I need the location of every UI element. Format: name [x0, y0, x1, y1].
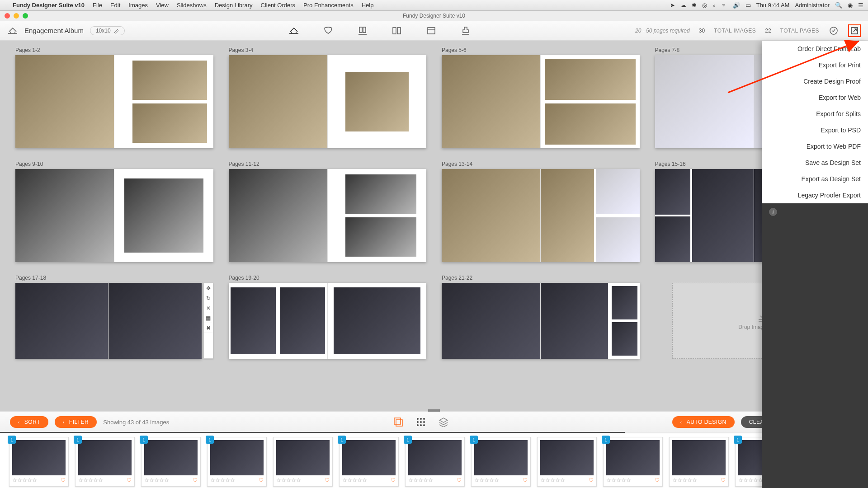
stars[interactable]: ☆☆☆☆☆: [606, 477, 631, 483]
spotlight-icon[interactable]: 🔍: [835, 2, 842, 9]
clock[interactable]: Thu 9:44 AM: [756, 2, 790, 9]
menu-edit[interactable]: Edit: [110, 2, 120, 9]
spread-item[interactable]: Pages 13-14: [442, 161, 640, 262]
menu-legacy-proofer[interactable]: Legacy Proofer Export: [762, 187, 868, 203]
menu-export-webpdf[interactable]: Export to Web PDF: [762, 138, 868, 155]
heart-icon[interactable]: ♡: [721, 477, 726, 483]
sort-button[interactable]: ‹SORT: [10, 416, 48, 428]
thumbnail[interactable]: 1 ☆☆☆☆☆♡: [603, 437, 663, 487]
status-icon[interactable]: ➤: [670, 2, 675, 9]
menu-save-designset[interactable]: Save as Design Set: [762, 155, 868, 171]
thumbnail-rating[interactable]: ☆☆☆☆☆♡: [606, 477, 660, 483]
user[interactable]: Administrator: [795, 2, 830, 9]
menu-export-web[interactable]: Export for Web: [762, 89, 868, 106]
status-icon[interactable]: ◎: [702, 2, 707, 9]
grid-view-icon[interactable]: [416, 417, 426, 427]
thumbnail-rating[interactable]: ☆☆☆☆☆♡: [540, 477, 594, 483]
thumbnail-rating[interactable]: ☆☆☆☆☆♡: [342, 477, 396, 483]
menu-view[interactable]: View: [156, 2, 169, 9]
menu-design-library[interactable]: Design Library: [215, 2, 253, 9]
volume-icon[interactable]: 🔊: [733, 2, 740, 9]
thumbnail[interactable]: 1 ☆☆☆☆☆♡: [339, 437, 399, 487]
spread-item[interactable]: Pages 17-18 ✥ ↻ ✕ ▦ ✖: [15, 275, 213, 359]
stars[interactable]: ☆☆☆☆☆: [78, 477, 103, 483]
select-icon[interactable]: [393, 417, 403, 427]
heart-icon[interactable]: ♡: [61, 477, 66, 483]
spread-item[interactable]: Pages 5-6: [442, 47, 640, 148]
menu-file[interactable]: File: [93, 2, 102, 9]
menu-export-psd[interactable]: Export to PSD: [762, 122, 868, 138]
stars[interactable]: ☆☆☆☆☆: [408, 477, 433, 483]
designer-icon[interactable]: [7, 25, 18, 36]
menu-export-splits[interactable]: Export for Splits: [762, 106, 868, 122]
stars[interactable]: ☆☆☆☆☆: [672, 477, 697, 483]
status-icon[interactable]: ⬨: [712, 2, 716, 9]
export-button[interactable]: [848, 24, 861, 37]
wifi-icon[interactable]: ᯤ: [722, 2, 727, 9]
close-button[interactable]: [5, 13, 10, 19]
spread-item[interactable]: Pages 21-22: [442, 275, 640, 359]
minimize-button[interactable]: [14, 13, 19, 19]
stamp-icon[interactable]: [460, 25, 471, 36]
designer-module-icon[interactable]: [288, 25, 299, 36]
heart-icon[interactable]: ♡: [127, 477, 132, 483]
heart-icon[interactable]: ♡: [391, 477, 396, 483]
thumbnail[interactable]: ☆☆☆☆☆♡: [537, 437, 597, 487]
auto-design-button[interactable]: ‹AUTO DESIGN: [672, 416, 735, 428]
stars[interactable]: ☆☆☆☆☆: [276, 477, 301, 483]
stars[interactable]: ☆☆☆☆☆: [210, 477, 235, 483]
thumbnail-rating[interactable]: ☆☆☆☆☆♡: [144, 477, 198, 483]
heart-icon[interactable]: ♡: [457, 477, 462, 483]
thumbnail[interactable]: ☆☆☆☆☆♡: [273, 437, 333, 487]
menu-slideshows[interactable]: Slideshows: [177, 2, 207, 9]
album-title[interactable]: Engagement Album: [24, 27, 84, 34]
menu-help[interactable]: Help: [362, 2, 374, 9]
display-icon[interactable]: ▭: [745, 2, 751, 9]
thumbnail[interactable]: 1 ☆☆☆☆☆♡: [471, 437, 531, 487]
shuffle-tool-icon[interactable]: ✕: [204, 303, 213, 313]
menu-client-orders[interactable]: Client Orders: [260, 2, 295, 9]
menubar-app[interactable]: Fundy Designer Suite v10: [13, 2, 85, 9]
card-icon[interactable]: [426, 25, 437, 36]
filter-button[interactable]: ‹FILTER: [55, 416, 97, 428]
rotate-tool-icon[interactable]: ↻: [204, 293, 213, 303]
thumbnail-rating[interactable]: ☆☆☆☆☆♡: [408, 477, 462, 483]
menu-export-designset[interactable]: Export as Design Set: [762, 171, 868, 187]
heart-icon[interactable]: ♡: [589, 477, 594, 483]
spread-item[interactable]: Pages 1-2: [15, 47, 213, 148]
thumbnail-rating[interactable]: ☆☆☆☆☆♡: [672, 477, 726, 483]
filmstrip[interactable]: 1 ☆☆☆☆☆♡1 ☆☆☆☆☆♡1 ☆☆☆☆☆♡1 ☆☆☆☆☆♡ ☆☆☆☆☆♡1…: [0, 433, 868, 488]
info-icon[interactable]: i: [769, 208, 777, 216]
thumbnail[interactable]: 1 ☆☆☆☆☆♡: [75, 437, 135, 487]
spread-item[interactable]: Pages 3-4: [229, 47, 427, 148]
thumbnail-rating[interactable]: ☆☆☆☆☆♡: [474, 477, 528, 483]
thumbnail-rating[interactable]: ☆☆☆☆☆♡: [276, 477, 330, 483]
menu-create-proof[interactable]: Create Design Proof: [762, 73, 868, 89]
thumbnail[interactable]: 1 ☆☆☆☆☆♡: [405, 437, 465, 487]
heart-icon[interactable]: ♡: [655, 477, 660, 483]
thumbnail[interactable]: ☆☆☆☆☆♡: [669, 437, 729, 487]
status-icon[interactable]: ☁: [680, 2, 686, 9]
notification-icon[interactable]: ☰: [858, 2, 863, 9]
spread-item[interactable]: Pages 19-20: [229, 275, 427, 359]
design-canvas[interactable]: Pages 1-2 Pages 3-4 Pages 5-6: [0, 41, 868, 411]
status-icon[interactable]: ✱: [692, 2, 697, 9]
spread-item[interactable]: Pages 11-12: [229, 161, 427, 262]
layers-icon[interactable]: [439, 417, 448, 427]
menu-pro-enhancements[interactable]: Pro Enhancements: [303, 2, 354, 9]
grid-tool-icon[interactable]: ▦: [204, 313, 213, 323]
delete-tool-icon[interactable]: ✖: [204, 323, 213, 333]
stars[interactable]: ☆☆☆☆☆: [12, 477, 37, 483]
proofer-icon[interactable]: [323, 25, 334, 36]
heart-icon[interactable]: ♡: [259, 477, 264, 483]
gallery-icon[interactable]: [357, 25, 368, 36]
stars[interactable]: ☆☆☆☆☆: [342, 477, 367, 483]
stars[interactable]: ☆☆☆☆☆: [474, 477, 499, 483]
thumbnail-rating[interactable]: ☆☆☆☆☆♡: [12, 477, 66, 483]
menu-export-print[interactable]: Export for Print: [762, 57, 868, 73]
review-icon[interactable]: [828, 25, 839, 36]
stars[interactable]: ☆☆☆☆☆: [540, 477, 565, 483]
menu-images[interactable]: Images: [128, 2, 148, 9]
wall-icon[interactable]: [392, 25, 402, 36]
stars[interactable]: ☆☆☆☆☆: [144, 477, 169, 483]
